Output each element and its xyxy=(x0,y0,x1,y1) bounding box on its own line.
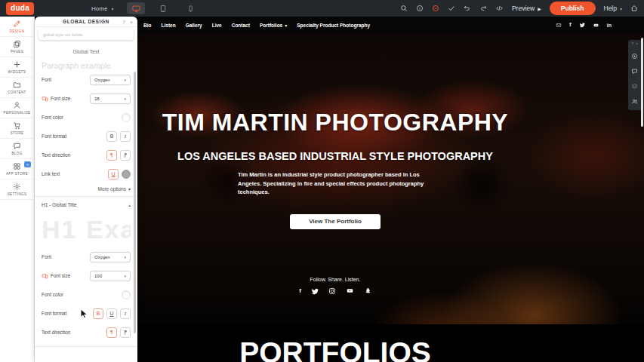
h1-section-header[interactable]: H1 - Global Title ▴ xyxy=(42,197,131,213)
youtube-icon[interactable] xyxy=(593,23,599,28)
sidebar-item-app-store[interactable]: APP STORE + xyxy=(0,159,34,179)
h1-font-color-label: Font color xyxy=(42,292,63,297)
h1-font-format-label: Font format xyxy=(42,311,66,316)
gear-icon xyxy=(13,183,21,191)
desktop-view-button[interactable] xyxy=(127,2,145,14)
h1-font-color-swatch[interactable] xyxy=(122,290,131,299)
panel-close-button[interactable]: × xyxy=(130,20,133,25)
publish-button[interactable]: Publish xyxy=(550,2,596,15)
nav-link-bio[interactable]: Bio xyxy=(143,23,151,28)
link-color-swatch[interactable] xyxy=(122,170,131,179)
font-color-swatch[interactable] xyxy=(122,113,131,122)
panel-scrollbar[interactable] xyxy=(134,72,136,333)
link-underline-button[interactable]: U xyxy=(108,169,119,179)
hero-subtitle[interactable]: LOS ANGELES BASED INDUSTRIAL STYLE PHOTO… xyxy=(137,150,533,162)
h1-underline-button[interactable]: U xyxy=(106,308,117,319)
page-selector[interactable]: Home ▾ xyxy=(91,5,113,12)
italic-button[interactable]: I xyxy=(120,131,131,142)
sidebar-item-widgets[interactable]: WIDGETS xyxy=(0,57,34,78)
hero-section: TIM MARTIN PHOTOGRAPHY LOS ANGELES BASED… xyxy=(137,33,644,324)
mobile-view-button[interactable] xyxy=(181,2,199,14)
sidebar-item-settings[interactable]: SETTINGS xyxy=(0,179,34,200)
preview-scrollbar[interactable] xyxy=(641,38,643,127)
help-menu[interactable]: Help ▾ xyxy=(604,5,623,12)
email-icon[interactable] xyxy=(556,23,562,28)
people-icon xyxy=(631,98,639,105)
dev-mode-button[interactable] xyxy=(495,5,504,12)
saved-check-button[interactable] xyxy=(448,5,455,12)
undo-icon xyxy=(464,5,471,12)
pilcrow-rtl-icon: ¶ xyxy=(124,330,127,335)
h1-font-size-select[interactable]: 100 ▾ xyxy=(90,271,131,281)
info-icon xyxy=(416,5,424,12)
font-select[interactable]: Oxygen ▾ xyxy=(90,75,131,85)
hero-body-text[interactable]: Tim Martin is an industrial style produc… xyxy=(238,170,433,197)
chevron-up-icon: ▴ xyxy=(128,203,131,207)
app-store-badge: + xyxy=(24,161,31,167)
layers-button[interactable] xyxy=(631,83,638,90)
chevron-down-icon: ▾ xyxy=(111,6,113,11)
dashboard-home-button[interactable] xyxy=(630,5,638,12)
sidebar-item-label: APP STORE xyxy=(6,172,28,176)
snapchat-icon[interactable] xyxy=(364,287,371,295)
youtube-icon[interactable] xyxy=(346,287,354,294)
preview-label: Preview xyxy=(512,5,535,12)
layers-icon xyxy=(631,83,638,90)
comments-button[interactable] xyxy=(631,68,638,75)
h1-bold-button[interactable]: B xyxy=(93,308,103,319)
h1-font-select[interactable]: Oxygen ▾ xyxy=(90,252,131,262)
font-size-select[interactable]: 18 ▾ xyxy=(90,94,131,104)
sidebar-item-design[interactable]: DESIGN xyxy=(0,17,34,37)
text-direction-label: Text direction xyxy=(42,152,70,158)
info-button[interactable] xyxy=(416,5,424,12)
link-text-label: Link text xyxy=(42,171,60,176)
screenshot-button[interactable] xyxy=(631,53,638,60)
font-color-label: Font color xyxy=(42,115,63,120)
tablet-view-button[interactable] xyxy=(154,2,172,14)
chevron-down-icon: ▾ xyxy=(124,78,126,82)
follow-social-icons: f xyxy=(137,287,533,295)
view-portfolio-button[interactable]: View The Portfolio xyxy=(290,214,381,229)
duda-logo: duda xyxy=(6,2,34,15)
instagram-icon[interactable] xyxy=(328,287,336,295)
nav-link-contact[interactable]: Contact xyxy=(232,23,250,28)
undo-button[interactable] xyxy=(464,5,471,12)
facebook-icon[interactable]: f xyxy=(569,22,572,28)
chevron-down-icon: ▾ xyxy=(124,97,126,101)
redo-button[interactable] xyxy=(479,5,487,12)
sidebar-item-pages[interactable]: PAGES xyxy=(0,37,34,57)
sidebar-item-personalize[interactable]: PERSONALIZE xyxy=(0,98,34,118)
global-design-panel: GLOBAL DESIGN ? × global style set below… xyxy=(35,17,137,362)
nav-link-specialty[interactable]: Specialty Product Photography xyxy=(297,23,370,28)
preview-button[interactable]: Preview ▶ xyxy=(512,5,541,12)
facebook-icon[interactable]: f xyxy=(299,288,301,294)
sidebar-item-content[interactable]: CONTENT xyxy=(0,78,34,98)
toolbar-collapse-tab[interactable]: ? × xyxy=(628,40,641,48)
more-options-button[interactable]: More options ▾ xyxy=(42,186,131,192)
sidebar-item-store[interactable]: STORE xyxy=(0,118,34,139)
scroll-hint-text: global style set below. xyxy=(43,32,84,37)
h1-font-value: Oxygen xyxy=(94,255,110,259)
twitter-icon[interactable] xyxy=(311,287,319,295)
hero-title[interactable]: TIM MARTIN PHOTOGRAPHY xyxy=(137,109,533,137)
direction-rtl-button[interactable]: ¶ xyxy=(120,150,131,161)
linkedin-icon[interactable]: in xyxy=(607,23,612,28)
twitter-icon[interactable] xyxy=(579,22,585,28)
font-label: Font xyxy=(42,77,51,82)
direction-ltr-button[interactable]: ¶ xyxy=(106,150,117,161)
panel-help-button[interactable]: ? xyxy=(122,20,125,25)
search-button[interactable] xyxy=(400,5,408,12)
portfolios-title[interactable]: PORTFOLIOS xyxy=(137,338,533,362)
nav-link-portfolios[interactable]: Portfolios ▾ xyxy=(260,23,287,28)
h1-direction-ltr-button[interactable]: ¶ xyxy=(106,327,117,338)
nav-link-listen[interactable]: Listen xyxy=(161,23,175,28)
nav-link-gallery[interactable]: Gallery xyxy=(186,23,202,28)
bold-button[interactable]: B xyxy=(106,131,117,142)
h1-italic-button[interactable]: I xyxy=(120,308,131,319)
sidebar-item-blog[interactable]: BLOG xyxy=(0,139,34,159)
team-button[interactable] xyxy=(631,98,639,105)
help-label: Help xyxy=(604,5,617,12)
status-alert-button[interactable] xyxy=(432,5,439,12)
h1-direction-rtl-button[interactable]: ¶ xyxy=(120,327,131,338)
nav-link-live[interactable]: Live xyxy=(212,23,222,28)
